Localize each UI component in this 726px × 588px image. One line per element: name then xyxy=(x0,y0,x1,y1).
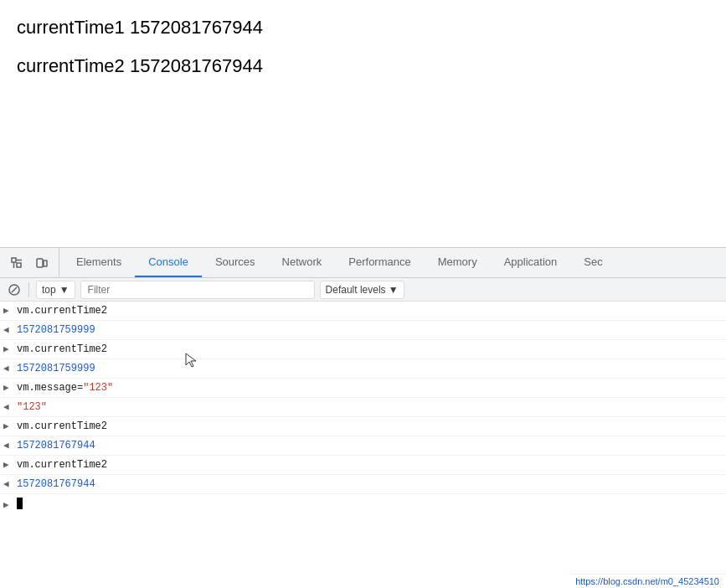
console-row: ◀ "123" xyxy=(0,398,726,417)
arrow-right-icon: ▶ xyxy=(3,419,17,431)
console-entry-value: 1572081759999 xyxy=(17,322,719,338)
svg-rect-4 xyxy=(37,259,43,267)
arrow-right-icon: ▶ xyxy=(3,342,17,354)
prompt-arrow-icon: ▶ xyxy=(3,498,17,510)
devtools-tabs: Elements Console Sources Network Perform… xyxy=(59,248,616,277)
console-entry-value: 1572081767944 xyxy=(17,438,719,453)
toolbar-divider xyxy=(28,282,29,297)
console-entry-value: 1572081759999 xyxy=(17,361,719,376)
svg-rect-0 xyxy=(12,258,16,262)
line1: currentTime1 1572081767944 xyxy=(17,17,709,39)
devtools-icon-bar xyxy=(0,248,59,277)
device-toolbar-icon[interactable] xyxy=(32,253,52,273)
arrow-left-icon: ◀ xyxy=(3,322,17,335)
console-row: ▶ vm.currentTime2 xyxy=(0,456,726,475)
console-row: ◀ 1572081767944 xyxy=(0,475,726,494)
svg-rect-3 xyxy=(17,263,21,267)
console-entry-text: vm.currentTime2 xyxy=(17,419,719,434)
inspect-element-icon[interactable] xyxy=(7,253,27,273)
tab-security[interactable]: Sec xyxy=(570,248,615,277)
tab-console[interactable]: Console xyxy=(135,248,202,277)
console-entry-value: "123" xyxy=(17,400,719,415)
tab-performance[interactable]: Performance xyxy=(335,248,424,277)
cursor-blink xyxy=(17,498,23,509)
arrow-left-icon: ◀ xyxy=(3,400,17,412)
arrow-left-icon: ◀ xyxy=(3,438,17,451)
arrow-left-icon: ◀ xyxy=(3,361,17,374)
filter-input[interactable] xyxy=(80,281,315,299)
console-entry-text: vm.currentTime2 xyxy=(17,342,719,357)
status-link[interactable]: https://blog.csdn.net/m0_45234510 xyxy=(569,574,726,588)
default-levels-dropdown[interactable]: Default levels ▼ xyxy=(320,281,404,299)
console-row: ▶ vm.message="123" xyxy=(0,379,726,398)
tab-elements[interactable]: Elements xyxy=(63,248,135,277)
tab-memory[interactable]: Memory xyxy=(425,248,491,277)
console-entry-text: vm.message="123" xyxy=(17,380,719,395)
tab-application[interactable]: Application xyxy=(491,248,571,277)
console-toolbar: top ▼ Default levels ▼ xyxy=(0,278,726,302)
console-entry-text: vm.currentTime2 xyxy=(17,457,719,472)
clear-console-icon[interactable] xyxy=(7,282,22,297)
console-input-row[interactable]: ▶ xyxy=(0,494,726,513)
arrow-right-icon: ▶ xyxy=(3,380,17,393)
console-entry-text: vm.currentTime2 xyxy=(17,303,719,318)
arrow-right-icon: ▶ xyxy=(3,457,17,470)
console-row: ◀ 1572081759999 xyxy=(0,359,726,379)
svg-line-7 xyxy=(12,287,17,292)
console-row: ◀ 1572081759999 xyxy=(0,321,726,340)
svg-rect-5 xyxy=(44,260,47,266)
arrow-left-icon: ◀ xyxy=(3,477,17,489)
devtools-topbar: Elements Console Sources Network Perform… xyxy=(0,248,726,278)
console-row: ▶ vm.currentTime2 xyxy=(0,417,726,436)
tab-sources[interactable]: Sources xyxy=(202,248,269,277)
page-content: currentTime1 1572081767944 currentTime2 … xyxy=(0,0,726,247)
tab-network[interactable]: Network xyxy=(269,248,336,277)
context-selector[interactable]: top ▼ xyxy=(36,281,75,299)
chevron-down-icon: ▼ xyxy=(59,284,70,296)
console-entry-value: 1572081767944 xyxy=(17,477,719,492)
levels-chevron-icon: ▼ xyxy=(389,284,399,296)
console-row: ▶ vm.currentTime2 xyxy=(0,340,726,359)
devtools-panel: Elements Console Sources Network Perform… xyxy=(0,247,726,588)
console-row: ◀ 1572081767944 xyxy=(0,436,726,456)
line2: currentTime2 1572081767944 xyxy=(17,55,709,77)
console-row: ▶ vm.currentTime2 xyxy=(0,302,726,321)
console-output[interactable]: ▶ vm.currentTime2 ◀ 1572081759999 ▶ vm.c… xyxy=(0,302,726,588)
arrow-right-icon: ▶ xyxy=(3,303,17,316)
console-prompt[interactable] xyxy=(17,496,719,511)
